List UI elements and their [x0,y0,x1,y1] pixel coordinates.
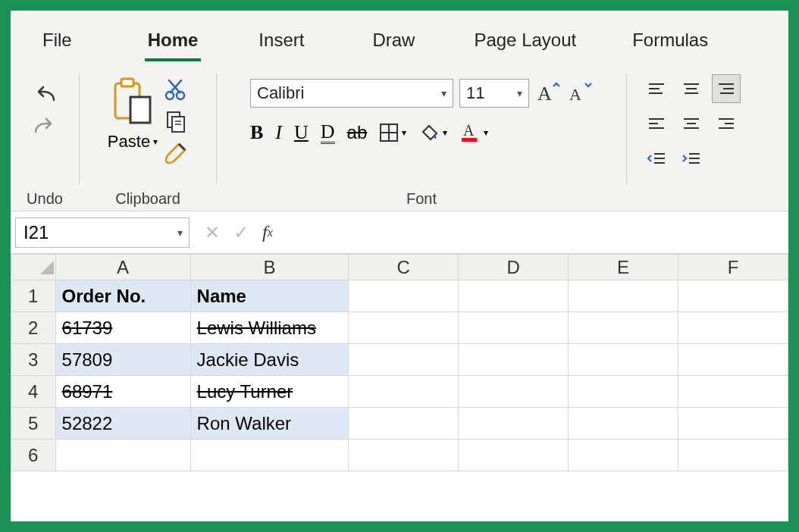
col-header-B[interactable]: B [190,255,349,280]
italic-button[interactable]: I [275,121,282,144]
cell[interactable]: Name [190,280,349,312]
paste-dropdown-icon[interactable]: ▾ [153,136,158,147]
redo-button[interactable] [31,117,58,139]
cell[interactable] [349,408,459,440]
tab-home[interactable]: Home [131,25,215,58]
align-top-center-button[interactable] [677,74,706,103]
cell[interactable] [569,312,678,344]
cell[interactable] [678,344,788,376]
row-header[interactable]: 6 [11,440,56,471]
cell[interactable] [569,344,678,376]
ribbon: Undo Paste ▾ [11,64,788,211]
align-right-button[interactable] [712,109,741,138]
cell[interactable] [190,440,349,471]
insert-function-button[interactable]: fx [262,222,273,243]
cell[interactable] [459,408,569,440]
copy-button[interactable] [164,109,187,133]
tab-formulas[interactable]: Formulas [616,25,725,58]
row-header[interactable]: 4 [11,376,56,408]
cell[interactable] [678,312,788,344]
undo-button[interactable] [31,85,58,108]
cell[interactable]: Jackie Davis [190,344,349,376]
cell[interactable] [349,376,459,408]
row-header[interactable]: 5 [11,408,56,440]
row-header[interactable]: 2 [11,312,56,344]
font-name-combo[interactable]: Calibri ▾ [250,79,453,108]
cell[interactable] [569,280,678,312]
cell[interactable]: 68971 [55,376,190,408]
cell[interactable]: Lewis Williams [190,312,349,344]
cell[interactable] [459,312,569,344]
cell[interactable]: 61739 [55,312,190,344]
tab-page-layout[interactable]: Page Layout [457,25,593,58]
decrease-font-icon: A [567,82,593,105]
align-left-button[interactable] [642,109,671,138]
decrease-indent-button[interactable] [642,144,671,173]
group-alignment [627,64,756,211]
increase-indent-button[interactable] [677,144,706,173]
cell[interactable]: Order No. [55,280,190,312]
cell[interactable] [678,376,788,408]
align-top-left-button[interactable] [642,74,671,103]
align-top-right-button[interactable] [712,74,741,103]
underline-button[interactable]: U [294,121,309,144]
col-header-D[interactable]: D [459,255,569,280]
format-painter-button[interactable] [164,141,188,167]
cell[interactable] [569,408,678,440]
paste-button[interactable] [109,76,156,129]
cell[interactable] [678,440,788,471]
cell[interactable] [459,344,569,376]
cell[interactable] [569,440,678,471]
cell[interactable]: Lucy Turner [190,376,349,408]
font-size-combo[interactable]: 11 ▾ [459,79,529,108]
cell[interactable] [55,440,190,471]
cell[interactable] [459,376,569,408]
fill-bucket-icon [418,123,440,142]
cell[interactable] [349,344,459,376]
font-name-value: Calibri [257,83,304,103]
cell[interactable]: 52822 [55,408,190,440]
cell[interactable]: 57809 [55,344,190,376]
svg-text:A: A [463,122,475,139]
col-header-E[interactable]: E [569,255,678,280]
increase-font-button[interactable]: A [535,80,561,106]
scissors-icon [164,77,187,102]
tab-draw[interactable]: Draw [356,25,431,58]
align-icon [682,116,700,131]
align-icon [647,116,666,131]
row-header[interactable]: 3 [11,344,56,376]
cell[interactable] [349,440,459,471]
row-header[interactable]: 1 [11,280,56,312]
cut-button[interactable] [164,77,187,102]
cell[interactable] [349,312,459,344]
borders-button[interactable]: ▾ [379,123,406,142]
name-box[interactable]: I21 ▾ [15,217,190,248]
spreadsheet-grid[interactable]: A B C D E F 1Order No.Name261739Lewis Wi… [11,254,788,521]
cancel-formula-button[interactable]: ✕ [205,222,220,243]
tab-file[interactable]: File [26,25,89,58]
select-all-corner[interactable] [11,255,56,280]
cell[interactable] [569,376,678,408]
align-center-button[interactable] [677,109,706,138]
svg-rect-2 [130,97,150,123]
col-header-F[interactable]: F [678,255,788,280]
col-header-C[interactable]: C [349,255,459,280]
tab-insert[interactable]: Insert [242,25,321,58]
cell[interactable] [459,280,569,312]
decrease-font-button[interactable]: A [567,80,593,106]
cell[interactable] [678,280,788,312]
enter-formula-button[interactable]: ✓ [233,222,249,243]
cell[interactable] [678,408,788,440]
group-label-undo: Undo [11,190,79,208]
fill-color-button[interactable]: ▾ [418,123,447,142]
formula-input[interactable] [282,217,788,248]
strikethrough-button[interactable]: ab [347,122,368,143]
strikethrough-icon: ab [347,122,368,143]
double-underline-button[interactable]: D [321,122,335,144]
cell[interactable] [349,280,459,312]
bold-button[interactable]: B [250,121,263,144]
cell[interactable]: Ron Walker [190,408,349,440]
cell[interactable] [459,440,569,471]
col-header-A[interactable]: A [55,255,190,280]
font-color-button[interactable]: A ▾ [459,122,488,143]
